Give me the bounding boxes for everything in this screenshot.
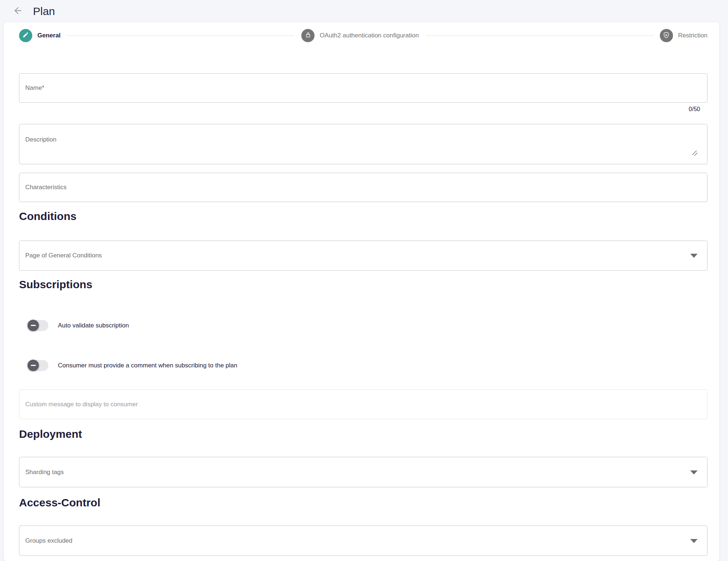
name-input-label: Name* bbox=[25, 84, 44, 92]
comment-required-label: Consumer must provide a comment when sub… bbox=[58, 362, 237, 369]
characteristics-label: Characteristics bbox=[25, 184, 66, 191]
chevron-down-icon bbox=[690, 254, 698, 258]
page-of-general-conditions-label: Page of General Conditions bbox=[25, 252, 102, 259]
stepper-connector bbox=[67, 36, 295, 36]
subscriptions-heading: Subscriptions bbox=[19, 277, 707, 292]
plan-form-card: General OAuth2 authentication configurat… bbox=[4, 22, 719, 561]
step-restriction-label: Restriction bbox=[678, 32, 707, 39]
page-of-general-conditions-select[interactable]: Page of General Conditions bbox=[19, 241, 707, 271]
resize-handle-icon[interactable] bbox=[692, 150, 698, 158]
step-oauth2-label: OAuth2 authentication configuration bbox=[320, 32, 419, 39]
access-control-heading: Access-Control bbox=[19, 495, 707, 510]
page-title: Plan bbox=[33, 5, 55, 18]
step-general-label: General bbox=[37, 32, 60, 39]
pencil-icon bbox=[22, 32, 29, 40]
sharding-tags-select[interactable]: Sharding tags bbox=[19, 457, 707, 487]
auto-validate-label: Auto validate subscription bbox=[58, 322, 129, 329]
deployment-heading: Deployment bbox=[19, 426, 707, 442]
name-char-counter: 0/50 bbox=[19, 106, 707, 114]
comment-required-toggle[interactable] bbox=[29, 360, 48, 371]
stepper: General OAuth2 authentication configurat… bbox=[19, 29, 707, 42]
groups-excluded-label: Groups excluded bbox=[25, 537, 73, 544]
description-textarea[interactable]: Description bbox=[19, 124, 707, 164]
description-label: Description bbox=[25, 136, 56, 143]
step-restriction[interactable]: Restriction bbox=[660, 29, 707, 42]
arrow-back-icon bbox=[13, 6, 23, 17]
page-header: Plan bbox=[0, 0, 728, 22]
stepper-connector bbox=[426, 36, 653, 36]
minus-icon bbox=[31, 325, 36, 326]
toggle-thumb bbox=[27, 360, 39, 371]
step-restriction-circle bbox=[660, 29, 673, 42]
toggle-thumb bbox=[27, 320, 39, 331]
step-general-circle bbox=[19, 29, 32, 42]
chevron-down-icon bbox=[690, 539, 698, 543]
conditions-heading: Conditions bbox=[19, 209, 707, 224]
characteristics-input[interactable]: Characteristics bbox=[19, 173, 707, 202]
step-oauth2[interactable]: OAuth2 authentication configuration bbox=[301, 29, 419, 42]
custom-message-input[interactable]: Custom message to display to consumer bbox=[19, 389, 707, 419]
lock-icon bbox=[305, 32, 312, 40]
chevron-down-icon bbox=[690, 470, 698, 474]
name-input[interactable]: Name* bbox=[19, 73, 707, 103]
auto-validate-row: Auto validate subscription bbox=[29, 320, 707, 331]
custom-message-placeholder: Custom message to display to consumer bbox=[25, 401, 138, 408]
back-button[interactable] bbox=[12, 6, 23, 17]
step-general[interactable]: General bbox=[19, 29, 60, 42]
sharding-tags-label: Sharding tags bbox=[25, 469, 64, 476]
comment-required-row: Consumer must provide a comment when sub… bbox=[29, 360, 707, 371]
groups-excluded-select[interactable]: Groups excluded bbox=[19, 525, 707, 556]
auto-validate-toggle[interactable] bbox=[29, 320, 48, 331]
step-oauth2-circle bbox=[301, 29, 315, 42]
minus-icon bbox=[31, 365, 36, 366]
shield-x-icon bbox=[663, 32, 670, 40]
